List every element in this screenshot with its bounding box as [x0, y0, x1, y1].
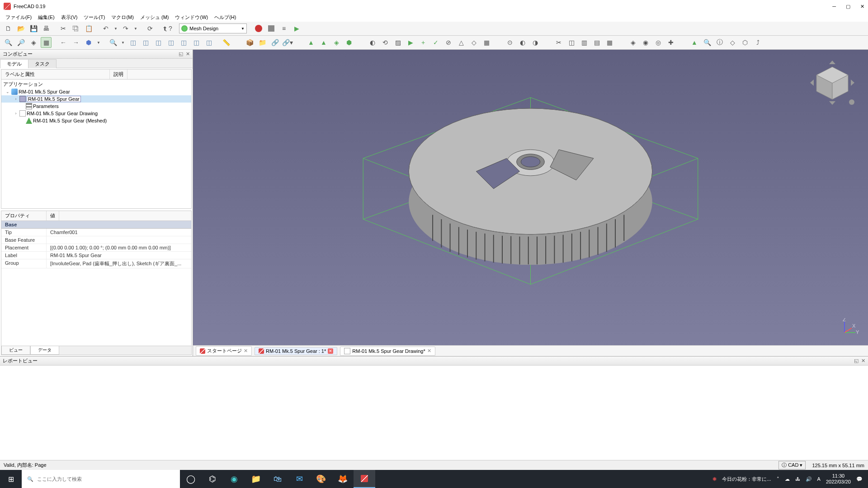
view-right-icon[interactable]: ◫: [165, 37, 176, 48]
iso-dropdown-icon[interactable]: ▼: [96, 37, 101, 48]
paste-icon[interactable]: 📋: [83, 23, 94, 34]
mail-icon[interactable]: ✉: [288, 470, 310, 488]
group-icon[interactable]: 📁: [257, 37, 268, 48]
whats-this-icon[interactable]: ⮬?: [162, 23, 173, 34]
copy-icon[interactable]: ⿻: [71, 23, 81, 34]
menu-view[interactable]: 表示(V): [58, 13, 80, 22]
prop-value[interactable]: [(0.00 0.00 1.00); 0.00 °; (0.00 mm 0.00…: [47, 244, 191, 251]
notifications-icon[interactable]: 💬: [856, 476, 863, 482]
mesh-segment-icon[interactable]: △: [456, 37, 467, 48]
doc-tab-drawing[interactable]: RM-01 Mk.5 Spur Gear Drawing* ✕: [340, 347, 435, 356]
tree-mesh-row[interactable]: RM-01 Mk.5 Spur Gear (Meshed): [1, 117, 191, 124]
paint-icon[interactable]: 🎨: [310, 470, 332, 488]
mesh-scale-icon[interactable]: ⊙: [505, 37, 515, 48]
prop-row-basefeature[interactable]: Base Feature: [1, 236, 191, 244]
freecad-taskbar-icon[interactable]: [354, 470, 375, 488]
tree-params-row[interactable]: Parameters: [1, 103, 191, 110]
expand-icon[interactable]: ›: [13, 97, 19, 101]
mesh-harmonize-icon[interactable]: ◐: [367, 37, 378, 48]
mesh-close-icon[interactable]: ▶: [405, 37, 416, 48]
report-content[interactable]: [0, 366, 868, 460]
mesh-remove-comp-icon[interactable]: ⊘: [443, 37, 454, 48]
menu-mesh[interactable]: メッシュ (M): [137, 13, 172, 22]
tree-drawing-row[interactable]: › RM-01 Mk.5 Spur Gear Drawing: [1, 110, 191, 117]
fit-selection-icon[interactable]: 🔎: [15, 37, 26, 48]
navigation-cube[interactable]: [807, 58, 857, 108]
tab-view[interactable]: ビュー: [1, 346, 30, 355]
mesh-from-shape-icon[interactable]: ◈: [331, 37, 342, 48]
tree-body-row[interactable]: › RM-01 Mk.5 Spur Gear: [1, 95, 191, 103]
close-button[interactable]: ✕: [860, 4, 864, 9]
tab-close-icon[interactable]: ✕: [244, 348, 248, 354]
menu-macro[interactable]: マクロ(M): [108, 13, 137, 22]
cut-icon[interactable]: ✂: [58, 23, 69, 34]
draw-style-icon[interactable]: ◈: [28, 37, 39, 48]
view-iso-icon[interactable]: ◫: [127, 37, 138, 48]
prop-value[interactable]: [47, 236, 191, 244]
menu-edit[interactable]: 編集(E): [35, 13, 57, 22]
mesh-trim-icon[interactable]: ◫: [566, 37, 577, 48]
zoom-dropdown-icon[interactable]: ▼: [120, 37, 126, 48]
tree-view[interactable]: アプリケーション ⌄ RM-01 Mk.5 Spur Gear › RM-01 …: [1, 80, 191, 208]
weather-text[interactable]: 今日の花粉：非常に...: [722, 476, 771, 483]
menu-window[interactable]: ウィンドウ(W): [172, 13, 211, 22]
undo-icon[interactable]: ↶: [100, 23, 111, 34]
print-icon[interactable]: 🖶: [41, 23, 52, 34]
redo-dropdown-icon[interactable]: ▼: [133, 23, 138, 34]
tab-model[interactable]: モデル: [0, 59, 28, 68]
undo-dropdown-icon[interactable]: ▼: [113, 23, 118, 34]
mesh-eval-icon[interactable]: ◈: [627, 37, 638, 48]
task-view-icon[interactable]: ◯: [180, 470, 202, 488]
redo-icon[interactable]: ↷: [120, 23, 131, 34]
tray-volume-icon[interactable]: 🔊: [806, 476, 812, 482]
mesh-cross-icon[interactable]: ▤: [591, 37, 602, 48]
start-button[interactable]: ⊞: [0, 470, 22, 488]
tab-tasks[interactable]: タスク: [28, 59, 57, 68]
expand-icon[interactable]: ›: [13, 111, 19, 116]
mesh-bool-icon[interactable]: ◐: [517, 37, 528, 48]
prop-row-placement[interactable]: Placement [(0.00 0.00 1.00); 0.00 °; (0.…: [1, 244, 191, 252]
mesh-unwrap-icon[interactable]: ⤴: [752, 37, 763, 48]
mesh-smooth-icon[interactable]: ◇: [468, 37, 479, 48]
prop-value[interactable]: RM-01 Mk.5 Spur Gear: [47, 252, 191, 259]
save-icon[interactable]: 💾: [28, 23, 39, 34]
macro-list-icon[interactable]: ≡: [278, 23, 289, 34]
mesh-import-icon[interactable]: ▲: [306, 37, 316, 48]
dock-float-icon[interactable]: ◱: [854, 358, 859, 364]
taskbar-search[interactable]: 🔍 ここに入力して検索: [22, 470, 180, 488]
cortana-icon[interactable]: ⌬: [202, 470, 223, 488]
menu-tools[interactable]: ツール(T): [81, 13, 108, 22]
tab-close-icon[interactable]: ✕: [427, 348, 431, 354]
refresh-icon[interactable]: ⟳: [145, 23, 156, 34]
part-icon[interactable]: 📦: [244, 37, 255, 48]
menu-file[interactable]: ファイル(F): [3, 13, 34, 22]
open-icon[interactable]: 📂: [15, 23, 26, 34]
mesh-union-icon[interactable]: ◑: [530, 37, 541, 48]
maximize-button[interactable]: ▢: [846, 4, 850, 9]
tray-chevron-icon[interactable]: ˄: [777, 476, 779, 482]
3d-view[interactable]: Z Y X: [193, 50, 868, 345]
bounding-box-icon[interactable]: ▦: [41, 37, 52, 48]
taskbar-clock[interactable]: 11:30 2022/03/20: [826, 473, 851, 485]
menu-help[interactable]: ヘルプ(H): [212, 13, 239, 22]
mesh-ctx-icon[interactable]: ◇: [727, 37, 738, 48]
dock-close-icon[interactable]: ✕: [186, 51, 190, 57]
expand-icon[interactable]: ⌄: [5, 89, 10, 94]
mesh-decimate-icon[interactable]: ▦: [481, 37, 492, 48]
dock-close-icon[interactable]: ✕: [861, 358, 865, 364]
mesh-fill-icon[interactable]: ▨: [392, 37, 403, 48]
workbench-selector[interactable]: Mesh Design ▼: [179, 23, 247, 33]
firefox-icon[interactable]: 🦊: [332, 470, 354, 488]
fit-all-icon[interactable]: 🔍: [3, 37, 14, 48]
tree-doc-row[interactable]: ⌄ RM-01 Mk.5 Spur Gear: [1, 88, 191, 95]
prop-row-tip[interactable]: Tip Chamfer001: [1, 229, 191, 236]
nav-back-icon[interactable]: ←: [58, 37, 69, 48]
view-top-icon[interactable]: ◫: [153, 37, 164, 48]
isometric-icon[interactable]: ⬢: [83, 37, 94, 48]
mesh-info-icon[interactable]: ⓘ: [714, 37, 725, 48]
tree-app-row[interactable]: アプリケーション: [1, 80, 191, 88]
macro-record-icon[interactable]: [253, 23, 264, 34]
mesh-select-icon[interactable]: ⬡: [740, 37, 750, 48]
store-icon[interactable]: 🛍: [267, 470, 288, 488]
view-front-icon[interactable]: ◫: [140, 37, 151, 48]
